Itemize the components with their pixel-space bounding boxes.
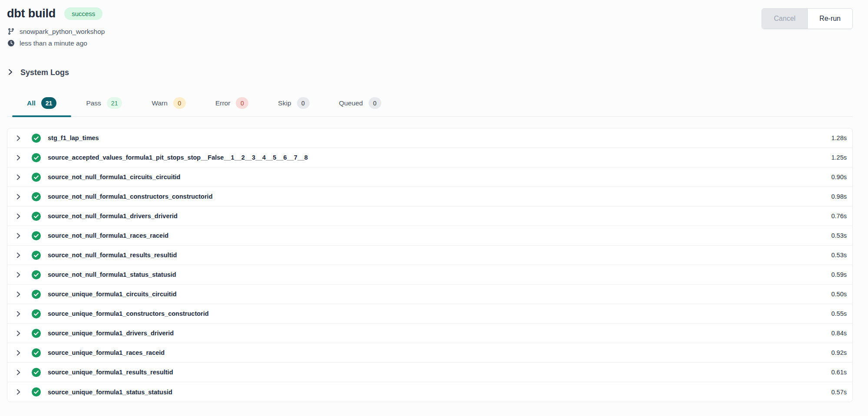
result-row: source_unique_formula1_circuits_circuiti…: [7, 285, 852, 304]
tab-label: Pass: [86, 99, 101, 107]
tab-label: Error: [215, 99, 230, 107]
run-meta: snowpark_python_workshop less than a min…: [7, 26, 105, 49]
result-name: source_not_null_formula1_status_statusid: [48, 271, 176, 278]
result-row: source_unique_formula1_drivers_driverid0…: [7, 324, 852, 343]
expand-chevron-icon[interactable]: [12, 170, 25, 183]
expand-chevron-icon[interactable]: [12, 190, 25, 203]
run-time-ago: less than a minute ago: [20, 39, 87, 47]
result-name: source_unique_formula1_status_statusid: [48, 389, 172, 396]
result-duration: 0.84s: [832, 330, 847, 337]
result-name: source_unique_formula1_races_raceid: [48, 349, 165, 356]
tab-label: Warn: [152, 99, 167, 107]
result-row: stg_f1_lap_times1.28s: [7, 128, 852, 148]
check-circle-icon: [32, 134, 41, 143]
tab-queued[interactable]: Queued0: [324, 95, 396, 116]
expand-chevron-icon[interactable]: [12, 131, 25, 144]
tab-count-badge: 0: [236, 97, 248, 109]
check-circle-icon: [32, 329, 41, 338]
status-badge: success: [64, 7, 102, 20]
check-circle-icon: [32, 192, 41, 201]
check-circle-icon: [32, 309, 41, 318]
expand-chevron-icon[interactable]: [12, 151, 25, 164]
result-row: source_not_null_formula1_drivers_driveri…: [7, 206, 852, 226]
system-logs-label: System Logs: [20, 68, 69, 77]
tab-count-badge: 0: [297, 97, 310, 109]
result-row: source_not_null_formula1_circuits_circui…: [7, 167, 852, 187]
expand-chevron-icon[interactable]: [12, 249, 25, 262]
expand-chevron-icon[interactable]: [12, 346, 25, 359]
check-circle-icon: [32, 153, 41, 162]
results-list: stg_f1_lap_times1.28ssource_accepted_val…: [7, 128, 853, 402]
rerun-button[interactable]: Re-run: [807, 9, 852, 29]
tab-label: Skip: [278, 99, 291, 107]
tab-count-badge: 21: [41, 97, 57, 109]
result-duration: 0.92s: [832, 349, 847, 356]
expand-chevron-icon[interactable]: [12, 366, 25, 379]
result-duration: 0.59s: [832, 271, 847, 278]
result-duration: 1.25s: [832, 154, 847, 161]
expand-chevron-icon[interactable]: [12, 210, 25, 223]
result-duration: 0.53s: [832, 232, 847, 239]
expand-chevron-icon[interactable]: [12, 386, 25, 399]
result-duration: 0.61s: [832, 369, 847, 376]
result-duration: 0.98s: [832, 193, 847, 200]
result-duration: 0.76s: [832, 213, 847, 219]
result-duration: 0.55s: [832, 310, 847, 317]
tab-count-badge: 0: [369, 97, 381, 109]
result-name: source_not_null_formula1_circuits_circui…: [48, 174, 180, 180]
result-name: source_unique_formula1_circuits_circuiti…: [48, 291, 177, 298]
result-duration: 0.50s: [832, 291, 847, 298]
check-circle-icon: [32, 348, 41, 357]
tab-skip[interactable]: Skip0: [263, 95, 324, 116]
page-title: dbt build: [7, 7, 56, 20]
result-row: source_not_null_formula1_results_resulti…: [7, 246, 852, 265]
expand-chevron-icon[interactable]: [12, 288, 25, 301]
check-circle-icon: [32, 231, 41, 240]
tab-label: All: [27, 99, 36, 107]
cancel-button[interactable]: Cancel: [762, 9, 807, 29]
check-circle-icon: [32, 368, 41, 377]
tab-count-badge: 21: [107, 97, 122, 109]
run-actions: Cancel Re-run: [762, 8, 853, 29]
expand-chevron-icon[interactable]: [12, 307, 25, 320]
result-row: source_unique_formula1_status_statusid0.…: [7, 382, 852, 402]
clock-icon: [7, 39, 15, 47]
check-circle-icon: [32, 173, 41, 182]
check-circle-icon: [32, 290, 41, 299]
tab-label: Queued: [339, 99, 363, 107]
result-duration: 0.57s: [832, 389, 847, 396]
result-name: source_not_null_formula1_drivers_driveri…: [48, 213, 178, 219]
tab-pass[interactable]: Pass21: [71, 95, 137, 116]
result-duration: 1.28s: [832, 134, 847, 141]
result-duration: 0.90s: [832, 174, 847, 180]
header: dbt build success snowpark_python_worksh…: [7, 0, 853, 49]
result-name: source_not_null_formula1_results_resulti…: [48, 252, 177, 259]
tab-all[interactable]: All21: [12, 95, 71, 116]
tab-warn[interactable]: Warn0: [137, 95, 200, 116]
check-circle-icon: [32, 251, 41, 260]
result-row: source_unique_formula1_results_resultid0…: [7, 363, 852, 382]
check-circle-icon: [32, 270, 41, 279]
check-circle-icon: [32, 387, 41, 396]
expand-chevron-icon[interactable]: [12, 268, 25, 281]
tabs: All21Pass21Warn0Error0Skip0Queued0: [7, 95, 853, 117]
result-duration: 0.53s: [832, 252, 847, 259]
result-name: stg_f1_lap_times: [48, 134, 99, 141]
system-logs-toggle[interactable]: System Logs: [7, 68, 69, 77]
result-row: source_accepted_values_formula1_pit_stop…: [7, 148, 852, 167]
run-details-page: dbt build success snowpark_python_worksh…: [0, 0, 868, 402]
result-name: source_not_null_formula1_races_raceid: [48, 232, 168, 239]
result-name: source_unique_formula1_results_resultid: [48, 369, 173, 376]
result-name: source_unique_formula1_drivers_driverid: [48, 330, 174, 337]
result-name: source_unique_formula1_constructors_cons…: [48, 310, 209, 317]
result-row: source_unique_formula1_races_raceid0.92s: [7, 343, 852, 363]
expand-chevron-icon[interactable]: [12, 327, 25, 340]
expand-chevron-icon[interactable]: [12, 229, 25, 242]
tab-error[interactable]: Error0: [201, 95, 263, 116]
result-row: source_not_null_formula1_constructors_co…: [7, 187, 852, 206]
branch-name: snowpark_python_workshop: [20, 28, 105, 36]
git-branch-icon: [7, 28, 15, 35]
result-row: source_not_null_formula1_status_statusid…: [7, 265, 852, 285]
result-name: source_accepted_values_formula1_pit_stop…: [48, 154, 308, 161]
result-name: source_not_null_formula1_constructors_co…: [48, 193, 213, 200]
